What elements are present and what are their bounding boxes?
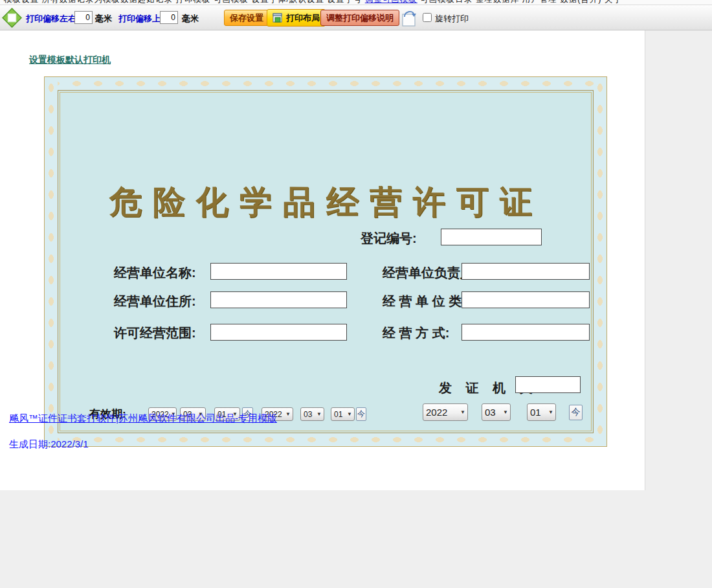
valid-to-month-value: 03	[304, 410, 312, 419]
menu-link[interactable]: 调整可画模板	[365, 0, 417, 4]
offset-ud-input[interactable]	[160, 11, 178, 24]
menu-text-left[interactable]: 模板设置 所有数据记录为模板数据起始记录 打印模板 可画模板 设置字体/默认设置…	[4, 0, 365, 4]
chevron-down-icon: ▼	[285, 411, 291, 417]
issuer-input[interactable]	[515, 376, 581, 393]
offset-lr-label: 打印偏移左右	[26, 13, 76, 25]
valid-to-day-select[interactable]: 01 ▼	[331, 407, 355, 421]
chevron-down-icon: ▼	[317, 411, 322, 417]
chevron-down-icon: ▼	[548, 409, 553, 415]
field-input-business-mode[interactable]	[462, 324, 590, 341]
menu-text-right[interactable]: 可画模板目录 整理数据库 用户管理 数据(合并) 关于	[417, 0, 622, 4]
save-settings-button[interactable]: 保存设置	[224, 10, 269, 26]
field-label-business-scope: 许可经营范围:	[114, 324, 196, 342]
adjust-offset-help-label: 调整打印偏移说明	[326, 12, 394, 24]
field-label-unit-address: 经营单位住所:	[114, 293, 196, 310]
chevron-down-icon: ▼	[347, 411, 352, 417]
rotate-print-checkbox[interactable]	[423, 13, 432, 22]
print-layout-button[interactable]: 打印布局	[267, 9, 326, 27]
cert-border-bottom	[45, 433, 606, 446]
reg-number-label: 登记编号:	[361, 230, 417, 247]
menu-items: 模板设置 所有数据记录为模板数据起始记录 打印模板 可画模板 设置字体/默认设置…	[4, 0, 622, 5]
app-window: 模板设置 所有数据记录为模板数据起始记录 打印模板 可画模板 设置字体/默认设置…	[0, 0, 712, 588]
unit-mm-label-1: 毫米	[95, 13, 112, 25]
unit-mm-label-2: 毫米	[182, 13, 199, 25]
print-toolbar: 打印偏移左右 毫米 打印偏移上下 毫米 保存设置 打印布局 调整打印偏移说明 旋…	[0, 5, 712, 30]
offset-lr-input[interactable]	[74, 11, 93, 24]
issue-year-select[interactable]: 2022 ▼	[423, 403, 468, 421]
save-settings-label: 保存设置	[230, 12, 263, 24]
field-input-unit-address[interactable]	[210, 291, 347, 308]
issue-month-select[interactable]: 03 ▼	[482, 403, 511, 421]
cert-border-left	[45, 77, 58, 446]
cert-border-right	[594, 77, 606, 446]
issue-day-select[interactable]: 01 ▼	[527, 403, 556, 421]
issue-today-button[interactable]: 今	[569, 405, 583, 420]
field-input-unit-type[interactable]	[462, 291, 590, 308]
top-menu-bar-clipped: 模板设置 所有数据记录为模板数据起始记录 打印模板 可画模板 设置字体/默认设置…	[0, 0, 712, 5]
certificate-title: 危险化学品经营许可证	[45, 181, 608, 224]
field-input-unit-name[interactable]	[210, 263, 347, 280]
chevron-down-icon: ▼	[460, 409, 465, 415]
print-layout-label: 打印布局	[286, 12, 320, 24]
cert-border-top	[45, 77, 606, 90]
issue-year-value: 2022	[426, 407, 447, 418]
field-input-business-scope[interactable]	[210, 324, 347, 341]
valid-to-today-button[interactable]: 今	[356, 407, 366, 421]
adjust-offset-help-button[interactable]: 调整打印偏移说明	[320, 10, 399, 26]
chevron-down-icon: ▼	[503, 409, 508, 415]
certificate-template: 危险化学品经营许可证 登记编号: 经营单位名称: 经营单位负责人: 经营单位住所…	[44, 76, 607, 447]
issue-month-value: 03	[485, 407, 496, 418]
rotate-page-icon	[401, 8, 418, 27]
valid-to-month-select[interactable]: 03 ▼	[300, 407, 324, 421]
reg-number-input[interactable]	[441, 229, 542, 245]
move-diamond-icon	[2, 8, 22, 28]
field-label-unit-name: 经营单位名称:	[114, 264, 196, 282]
field-input-person-in-charge[interactable]	[462, 263, 590, 280]
rotate-print-label: 旋转打印	[435, 13, 469, 25]
print-layout-icon	[273, 13, 283, 23]
issue-day-value: 01	[530, 407, 541, 418]
set-default-printer-link[interactable]: 设置模板默认打印机	[29, 54, 111, 66]
valid-to-day-value: 01	[334, 410, 342, 419]
field-label-business-mode: 经 营 方 式:	[383, 324, 449, 342]
software-brand-link[interactable]: 飚风™证件证书套打软件|苏州飚风软件有限公司出品-专用模版	[9, 413, 277, 425]
generation-date-text: 生成日期:2022/3/1	[9, 438, 89, 451]
